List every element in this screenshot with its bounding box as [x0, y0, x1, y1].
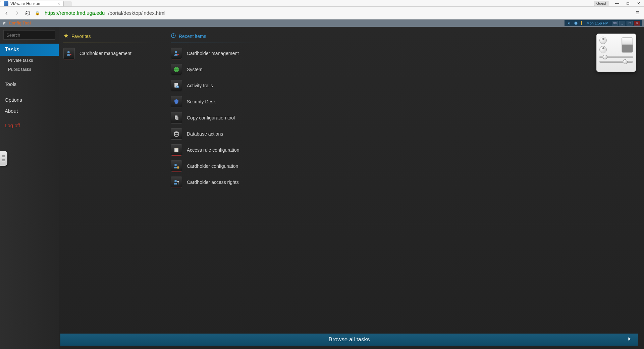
browse-all-tasks-bar[interactable]: Browse all tasks	[60, 334, 638, 346]
sidebar-item-logoff[interactable]: Log off	[0, 120, 59, 131]
browser-menu-button[interactable]: ≡	[634, 9, 641, 17]
list-item[interactable]: Cardholder configuration	[171, 159, 636, 173]
recent-list: Cardholder managementSystemActivity trai…	[171, 46, 636, 191]
sidebar-item-label: Log off	[5, 122, 20, 128]
inner-minimize-button[interactable]: _	[619, 21, 625, 26]
url-host[interactable]: https://remote.fmd.uga.edu	[45, 10, 105, 16]
user-icon	[63, 48, 75, 59]
nav-back-button[interactable]	[3, 9, 10, 17]
system-tray: Mon 1:56 PM ⌨ _ ❐ ✕	[565, 20, 642, 26]
slider-thumb[interactable]	[623, 59, 628, 64]
list-item[interactable]: Activity trails	[171, 79, 636, 93]
sidebar: Tasks Private tasks Public tasks Tools O…	[0, 27, 59, 349]
inner-restore-button[interactable]: ❐	[627, 21, 633, 26]
item-label: Cardholder access rights	[187, 180, 239, 185]
browser-toolbar: 🔒 https://remote.fmd.uga.edu/portal/desk…	[0, 7, 644, 19]
volume-icon[interactable]	[567, 21, 572, 26]
settings-widget[interactable]	[596, 34, 636, 72]
side-drawer-handle[interactable]	[0, 151, 7, 166]
item-label: Activity trails	[187, 83, 213, 88]
list-item[interactable]: Cardholder access rights	[171, 175, 636, 189]
sidebar-item-tasks[interactable]: Tasks	[0, 44, 59, 56]
svg-point-0	[574, 22, 577, 25]
item-label: Cardholder configuration	[187, 163, 238, 169]
guest-badge[interactable]: Guest	[594, 1, 608, 6]
svg-point-11	[174, 132, 178, 133]
recent-column: Recent items Cardholder managementSystem…	[171, 33, 636, 349]
svg-rect-10	[176, 117, 178, 120]
favorites-list: Cardholder management	[63, 46, 161, 62]
knob-icon[interactable]	[599, 37, 607, 44]
clock-icon	[171, 33, 176, 39]
browser-tab[interactable]: VMware Horizon ×	[0, 1, 64, 6]
database-icon	[171, 128, 182, 140]
toggle-switch[interactable]	[622, 37, 633, 53]
list-item[interactable]: Database actions	[171, 127, 636, 141]
nav-reload-button[interactable]	[24, 9, 32, 17]
network-icon[interactable]	[573, 21, 579, 26]
item-label: Security Desk	[187, 99, 216, 104]
browser-tabstrip: VMware Horizon × Guest — □ ✕	[0, 0, 644, 7]
list-item[interactable]: Access rule configuration	[171, 143, 636, 157]
sidebar-sub-private-tasks[interactable]: Private tasks	[0, 56, 59, 65]
globe-icon	[171, 64, 182, 75]
list-item[interactable]: Security Desk	[171, 95, 636, 109]
item-label: Cardholder management	[187, 51, 239, 56]
slider[interactable]	[599, 61, 633, 63]
home-icon[interactable]	[2, 21, 7, 26]
svg-point-18	[174, 180, 177, 182]
item-label: Access rule configuration	[187, 147, 239, 153]
sidebar-item-tools[interactable]: Tools	[0, 79, 59, 90]
sidebar-item-about[interactable]: About	[0, 105, 59, 116]
window-maximize-button[interactable]: □	[623, 0, 633, 7]
item-label: Copy configuration tool	[187, 115, 235, 120]
sidebar-sub-label: Private tasks	[8, 58, 33, 63]
sidebar-item-options[interactable]: Options	[0, 94, 59, 105]
app-body: Tasks Private tasks Public tasks Tools O…	[0, 27, 644, 349]
window-close-button[interactable]: ✕	[633, 0, 644, 7]
content-area: Favorites Cardholder management Recent i…	[59, 27, 644, 349]
lock-icon: 🔒	[35, 11, 40, 15]
slider[interactable]	[599, 56, 633, 58]
list-item[interactable]: Cardholder management	[63, 46, 161, 60]
tray-clock[interactable]: Mon 1:56 PM	[587, 21, 608, 25]
search-box	[3, 30, 55, 40]
item-label: System	[187, 67, 203, 72]
favorites-header: Favorites	[63, 33, 161, 41]
tab-title: VMware Horizon	[10, 1, 40, 6]
user-icon	[171, 48, 182, 59]
slider-thumb[interactable]	[603, 55, 607, 59]
list-item[interactable]: System	[171, 62, 636, 77]
inner-close-button[interactable]: ✕	[634, 21, 640, 26]
user-key-icon	[171, 177, 182, 188]
tab-favicon-icon	[4, 1, 8, 6]
nav-forward-button[interactable]	[13, 9, 21, 17]
svg-point-1	[67, 51, 70, 53]
sidebar-item-label: About	[5, 108, 18, 114]
app-title[interactable]: Config Tool	[9, 21, 31, 26]
item-label: Database actions	[187, 131, 223, 137]
doc-clock-icon	[171, 80, 182, 91]
window-minimize-button[interactable]: —	[612, 0, 623, 7]
new-tab-button[interactable]	[64, 1, 72, 6]
search-input[interactable]	[3, 30, 55, 40]
sidebar-sub-label: Public tasks	[8, 67, 31, 72]
user-gear-icon	[171, 160, 182, 172]
recent-header-label: Recent items	[179, 34, 206, 39]
sidebar-sub-public-tasks[interactable]: Public tasks	[0, 65, 59, 74]
widget-row	[599, 37, 633, 53]
tab-close-icon[interactable]: ×	[58, 1, 60, 6]
sidebar-item-label: Tasks	[5, 46, 19, 53]
sidebar-item-label: Tools	[5, 81, 16, 87]
sidebar-spacer	[0, 90, 59, 94]
browse-all-tasks-label: Browse all tasks	[329, 336, 370, 343]
list-item[interactable]: Cardholder management	[171, 46, 636, 60]
knob-icon[interactable]	[599, 46, 607, 53]
svg-rect-20	[178, 182, 178, 185]
switch-off	[622, 45, 633, 52]
inner-keyboard-icon[interactable]: ⌨	[612, 21, 618, 26]
url-path[interactable]: /portal/desktop/index.html	[108, 10, 165, 16]
svg-point-17	[177, 166, 179, 169]
list-item[interactable]: Copy configuration tool	[171, 111, 636, 125]
svg-rect-13	[175, 149, 178, 149]
